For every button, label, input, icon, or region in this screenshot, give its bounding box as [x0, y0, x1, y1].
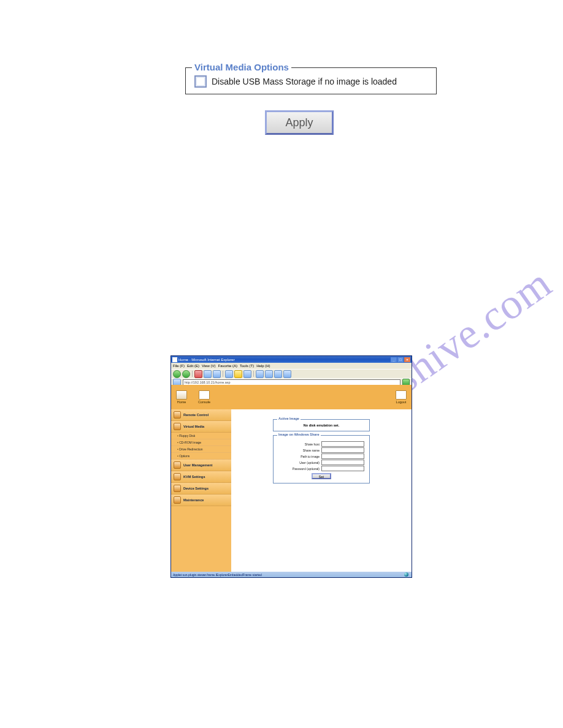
sidebar-item-kvm-settings[interactable]: KVM Settings [171, 471, 231, 483]
sidebar-label-remote: Remote Control [183, 413, 209, 417]
share-name-label: Share name [303, 449, 320, 452]
close-button[interactable]: × [404, 357, 410, 362]
stop-icon[interactable] [194, 370, 202, 378]
ie-titlebar: Home - Microsoft Internet Explorer _ □ × [171, 356, 412, 363]
device-settings-icon [174, 485, 181, 492]
menu-view[interactable]: View (V) [202, 364, 216, 368]
console-icon [199, 390, 210, 400]
status-text: Applet sun.plugin.viewer.frame.IExplorer… [173, 573, 262, 577]
share-name-input[interactable] [321, 447, 364, 453]
sidebar-label-device: Device Settings [183, 487, 209, 490]
favorites-icon[interactable] [234, 370, 242, 378]
maintenance-icon [174, 496, 181, 504]
ie-icon [172, 357, 177, 362]
active-image-fieldset: Active Image No disk emulation set. [273, 419, 370, 431]
path-input[interactable] [321, 453, 364, 459]
sidebar-label-kvm: KVM Settings [183, 475, 205, 479]
back-icon[interactable] [173, 370, 181, 378]
kvm-settings-icon [174, 473, 181, 480]
sidebar-label-maint: Maintenance [183, 498, 204, 502]
share-host-label: Share host [305, 442, 320, 446]
header-logout[interactable]: Logout [396, 390, 407, 404]
logout-icon [396, 390, 407, 400]
home-icon[interactable] [213, 370, 221, 378]
user-label: User (optional) [299, 461, 320, 464]
header-home-label: Home [177, 400, 186, 404]
apply-button[interactable]: Apply [265, 110, 334, 135]
menu-favorites[interactable]: Favorite (A) [218, 364, 237, 368]
header-home[interactable]: Home [176, 390, 187, 404]
messenger-icon[interactable] [283, 370, 291, 378]
ie-menubar: File (F) Edit (E) View (V) Favorite (A) … [171, 363, 412, 369]
disable-usb-checkbox[interactable] [194, 75, 207, 88]
password-label: Password (optional) [293, 467, 320, 471]
remote-control-icon [174, 411, 181, 419]
disable-usb-checkbox-label[interactable]: Disable USB Mass Storage if no image is … [194, 75, 427, 88]
password-input[interactable] [321, 466, 364, 471]
windows-share-fieldset: Image on Windows Share Share host Share … [273, 435, 370, 483]
kvm-page: Home Console Logout Remote Control Virtu… [171, 385, 412, 572]
internet-zone-icon [404, 572, 408, 577]
sidebar-sub-cdrom[interactable]: CD-ROM Image [171, 439, 231, 446]
header-console[interactable]: Console [198, 390, 210, 404]
ie-statusbar: Applet sun.plugin.viewer.frame.IExplorer… [171, 572, 412, 577]
user-mgmt-icon [174, 461, 181, 469]
edit-icon[interactable] [274, 370, 282, 378]
search-icon[interactable] [225, 370, 233, 378]
active-image-legend: Active Image [277, 417, 301, 420]
sidebar-item-maintenance[interactable]: Maintenance [171, 495, 231, 506]
set-button[interactable]: Set [312, 473, 331, 479]
user-input[interactable] [321, 460, 364, 465]
ie-toolbar [171, 369, 412, 378]
sidebar-item-remote-control[interactable]: Remote Control [171, 409, 231, 421]
sidebar-label-vmedia: Virtual Media [183, 425, 204, 428]
sidebar-item-user-mgmt[interactable]: User Management [171, 460, 231, 471]
ie-title: Home - Microsoft Internet Explorer [178, 358, 235, 362]
forward-icon[interactable] [182, 370, 190, 378]
menu-help[interactable]: Help (H) [256, 364, 270, 368]
menu-edit[interactable]: Edit (E) [187, 364, 199, 368]
kvm-header: Home Console Logout [171, 385, 412, 410]
active-image-text: No disk emulation set. [278, 423, 364, 427]
header-console-label: Console [198, 400, 210, 404]
mail-icon[interactable] [256, 370, 264, 378]
minimize-button[interactable]: _ [391, 357, 397, 362]
path-label: Path to image [301, 455, 320, 458]
ie-window: Home - Microsoft Internet Explorer _ □ ×… [170, 355, 412, 578]
home-icon [176, 390, 187, 400]
kvm-sidebar: Remote Control Virtual Media Floppy Disk… [171, 409, 231, 572]
maximize-button[interactable]: □ [397, 357, 404, 362]
sidebar-item-virtual-media[interactable]: Virtual Media [171, 421, 231, 433]
share-host-input[interactable] [321, 441, 364, 447]
sidebar-item-device-settings[interactable]: Device Settings [171, 483, 231, 495]
sidebar-sub-floppy[interactable]: Floppy Disk [171, 433, 231, 439]
sidebar-label-usermgmt: User Management [183, 463, 212, 467]
virtual-media-options-fieldset: Virtual Media Options Disable USB Mass S… [185, 67, 437, 94]
sidebar-sub-options[interactable]: Options [171, 453, 231, 460]
sidebar-sub-drive[interactable]: Drive Redirection [171, 446, 231, 453]
menu-tools[interactable]: Tools (T) [240, 364, 254, 368]
menu-file[interactable]: File (F) [173, 364, 185, 368]
disable-usb-text: Disable USB Mass Storage if no image is … [212, 77, 397, 86]
vm-options-legend: Virtual Media Options [192, 62, 291, 72]
header-logout-label: Logout [396, 400, 407, 404]
virtual-media-icon [174, 423, 181, 430]
kvm-content: Active Image No disk emulation set. Imag… [231, 409, 412, 572]
print-icon[interactable] [265, 370, 273, 378]
refresh-icon[interactable] [204, 370, 212, 378]
history-icon[interactable] [243, 370, 251, 378]
windows-share-legend: Image on Windows Share [277, 433, 321, 436]
